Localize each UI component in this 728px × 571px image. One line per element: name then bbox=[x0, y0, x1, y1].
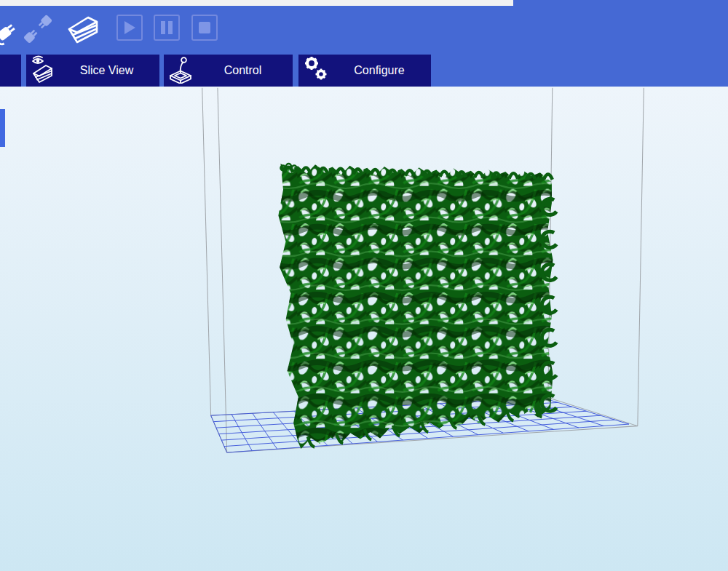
tab-configure[interactable]: Configure bbox=[298, 55, 431, 87]
pause-job-button[interactable] bbox=[154, 15, 180, 41]
plug-connect-icon bbox=[0, 13, 23, 47]
pause-icon bbox=[159, 20, 175, 36]
application-window: Slice View Control bbox=[0, 0, 728, 571]
viewport-3d[interactable] bbox=[0, 87, 728, 571]
tab-control[interactable]: Control bbox=[164, 55, 293, 87]
joystick-icon bbox=[168, 55, 194, 87]
stop-icon bbox=[197, 20, 213, 36]
gears-icon bbox=[303, 55, 329, 87]
scene-canvas[interactable] bbox=[0, 87, 728, 571]
tab-slice-view[interactable]: Slice View bbox=[26, 55, 159, 87]
side-panel-handle[interactable] bbox=[0, 109, 5, 147]
disconnect-button[interactable] bbox=[22, 13, 52, 47]
slice-view-icon bbox=[31, 55, 55, 87]
run-job-button[interactable] bbox=[116, 15, 143, 41]
window-top-strip bbox=[0, 0, 728, 6]
view-tab-bar: Slice View Control bbox=[0, 55, 728, 87]
plug-disconnect-icon bbox=[22, 13, 52, 47]
main-toolbar bbox=[0, 6, 728, 55]
tab-label: Slice View bbox=[58, 64, 155, 77]
stop-job-button[interactable] bbox=[191, 15, 218, 41]
tab-label: Control bbox=[197, 64, 288, 77]
window-top-strip-blue bbox=[513, 0, 728, 6]
slice-button[interactable] bbox=[66, 13, 100, 47]
tab-partial[interactable] bbox=[0, 55, 21, 87]
model-gyroid[interactable] bbox=[272, 161, 562, 450]
play-icon bbox=[122, 20, 138, 36]
tab-label: Configure bbox=[332, 64, 427, 77]
connect-button[interactable] bbox=[0, 13, 23, 47]
cake-slice-icon bbox=[66, 13, 100, 47]
